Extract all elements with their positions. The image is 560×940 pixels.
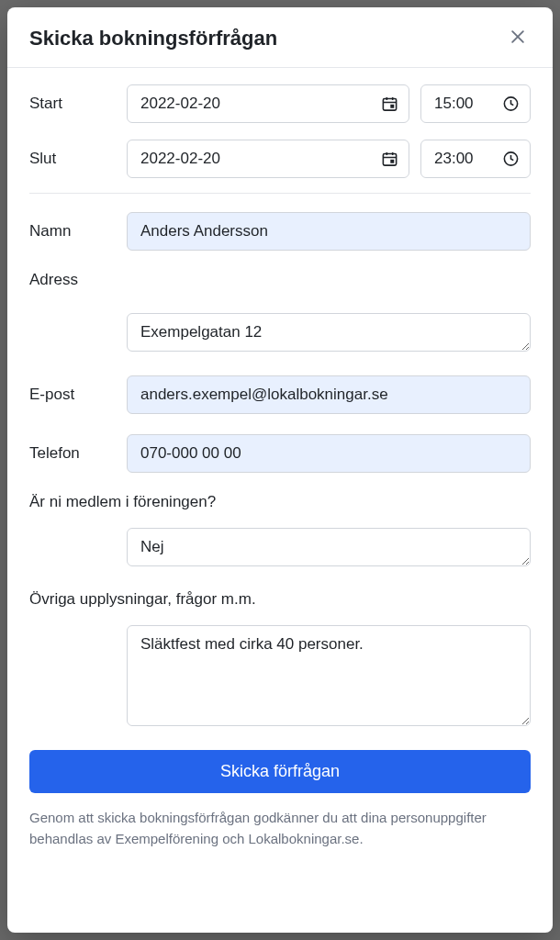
address-label: Adress <box>29 271 531 289</box>
disclaimer-text: Genom att skicka bokningsförfrågan godkä… <box>29 808 531 849</box>
end-date-wrap <box>127 140 409 178</box>
modal-header: Skicka bokningsförfrågan <box>7 7 553 68</box>
name-label: Namn <box>29 222 116 241</box>
address-field: Adress <box>29 271 531 355</box>
start-date-wrap <box>127 84 409 123</box>
start-time-input[interactable] <box>420 84 531 123</box>
modal-title: Skicka bokningsförfrågan <box>29 27 277 50</box>
name-field: Namn <box>29 212 531 251</box>
submit-button[interactable]: Skicka förfrågan <box>29 750 531 793</box>
phone-label: Telefon <box>29 444 116 463</box>
modal-body: Start <box>7 68 553 933</box>
phone-input[interactable] <box>127 434 531 473</box>
notes-field: Övriga upplysningar, frågor m.m. <box>29 590 531 730</box>
end-label: Slut <box>29 150 116 168</box>
member-label: Är ni medlem i föreningen? <box>29 493 531 511</box>
end-time-wrap <box>420 140 531 178</box>
end-date-input[interactable] <box>127 140 409 178</box>
email-label: E-post <box>29 386 116 404</box>
close-button[interactable] <box>505 24 531 52</box>
start-date-input[interactable] <box>127 84 409 123</box>
notes-label: Övriga upplysningar, frågor m.m. <box>29 590 531 609</box>
email-input[interactable] <box>127 375 531 414</box>
end-row: Slut <box>29 140 531 178</box>
member-field: Är ni medlem i föreningen? <box>29 493 531 570</box>
start-row: Start <box>29 84 531 123</box>
member-input[interactable] <box>127 528 531 566</box>
divider <box>29 193 531 194</box>
name-input[interactable] <box>127 212 531 251</box>
close-icon <box>509 28 527 49</box>
booking-request-modal: Skicka bokningsförfrågan Start <box>7 7 553 933</box>
start-time-wrap <box>420 84 531 123</box>
end-time-input[interactable] <box>420 140 531 178</box>
notes-input[interactable] <box>127 625 531 726</box>
address-input[interactable] <box>127 313 531 352</box>
start-label: Start <box>29 95 116 113</box>
phone-field: Telefon <box>29 434 531 473</box>
email-field: E-post <box>29 375 531 414</box>
